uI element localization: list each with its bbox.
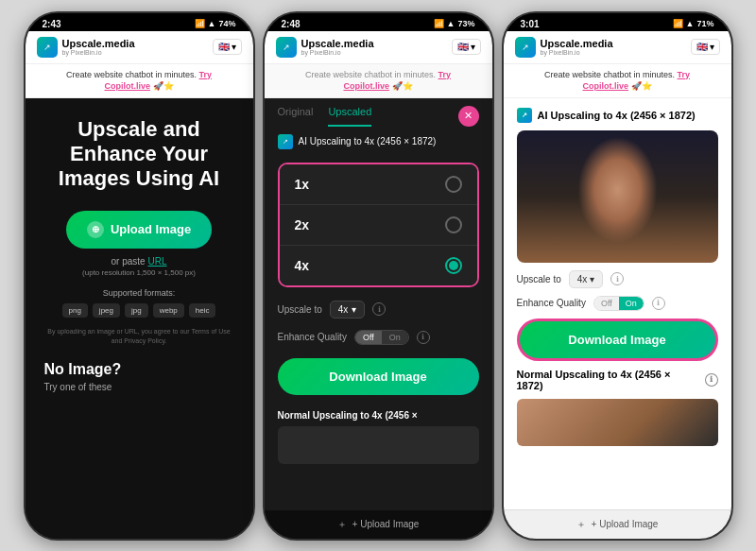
download-button-2[interactable]: Download Image: [278, 358, 479, 395]
s3-portrait-image: [517, 130, 718, 263]
status-bar-2: 2:48 📶 ▲ 73%: [265, 13, 492, 31]
chevron-icon-2: ▾: [471, 42, 475, 52]
no-image-section: No Image? Try one of these: [44, 361, 234, 392]
banner-link-try-3[interactable]: Try: [678, 70, 691, 79]
s3-upscale-value: 4x: [577, 274, 588, 284]
upload-bottom-bar-2: ＋ + Upload Image: [265, 510, 492, 539]
format-jpeg: jpeg: [93, 303, 120, 318]
s3-toggle-on[interactable]: On: [619, 297, 644, 310]
logo-icon-3: ↗: [515, 37, 536, 58]
tab-original[interactable]: Original: [278, 106, 314, 127]
upscale-label-text-2: AI Upscaling to 4x (2456 × 1872): [299, 136, 437, 146]
plus-icon-2: ＋: [337, 518, 347, 531]
toggle-on-2[interactable]: On: [382, 331, 408, 344]
radio-1x[interactable]: [445, 176, 462, 193]
option-1x-label: 1x: [295, 177, 310, 192]
banner-link-copilot-1[interactable]: Copilot.live: [104, 81, 150, 91]
wifi-icon-3: ▲: [686, 19, 695, 28]
upload-bar-label-2: + Upload Image: [352, 519, 420, 529]
s3-info-normal[interactable]: ℹ: [705, 373, 718, 387]
banner-2: Create website chatbot in minutes. Try C…: [265, 64, 492, 98]
header-right-3: 🇬🇧 ▾: [691, 39, 720, 55]
banner-1: Create website chatbot in minutes. Try C…: [26, 64, 253, 98]
upload-image-button[interactable]: ⊕ Upload Image: [66, 211, 212, 249]
info-icon-enhance-2[interactable]: ℹ: [417, 331, 430, 344]
s3-enhance-toggle[interactable]: Off On: [593, 296, 644, 311]
radio-2x[interactable]: [445, 216, 462, 233]
info-icon-2[interactable]: ℹ: [372, 302, 386, 316]
phones-container: 2:43 📶 ▲ 74% ↗ Upscale.media by PixelBin…: [0, 0, 756, 551]
signal-icon-3: 📶: [673, 19, 683, 28]
option-1x[interactable]: 1x: [280, 164, 477, 204]
app-header-1: ↗ Upscale.media by PixelBin.io 🇬🇧 ▾: [26, 31, 253, 64]
status-icons-1: 📶 ▲ 74%: [195, 19, 236, 28]
banner-3: Create website chatbot in minutes. Try C…: [504, 64, 731, 98]
logo-sub-2: by PixelBin.io: [301, 49, 374, 56]
enhance-toggle-2[interactable]: Off On: [354, 330, 409, 345]
status-bar-1: 2:43 📶 ▲ 74%: [26, 13, 253, 31]
option-4x[interactable]: 4x: [280, 245, 477, 285]
formats-list: png jpeg jpg webp heic: [62, 303, 216, 318]
status-icons-2: 📶 ▲ 73%: [434, 19, 475, 28]
language-btn-2[interactable]: 🇬🇧 ▾: [452, 39, 481, 55]
enhance-row-2: Enhance Quality Off On ℹ: [265, 326, 492, 349]
options-box: 1x 2x 4x: [278, 163, 479, 287]
s3-info-enhance[interactable]: ℹ: [652, 297, 665, 310]
signal-icon-1: 📶: [195, 19, 205, 28]
logo-name-3: Upscale.media: [541, 38, 613, 49]
phone-1: 2:43 📶 ▲ 74% ↗ Upscale.media by PixelBin…: [24, 11, 255, 541]
phone1-content: Upscale and Enhance Your Images Using AI…: [26, 98, 253, 539]
s3-info-upscale[interactable]: ℹ: [610, 272, 624, 285]
logo-text-1: Upscale.media by PixelBin.io: [62, 38, 135, 56]
screen2-tabs: Original Upscaled ✕: [265, 98, 492, 127]
chevron-down-icon-1: ▾: [232, 42, 236, 52]
upscale-to-label-2: Upscale to: [278, 304, 322, 315]
no-image-title: No Image?: [44, 361, 234, 378]
s3-normal-label-text: Normal Upscaling to 4x (2456 × 1872): [517, 369, 699, 391]
s3-controls: Upscale to 4x ▾ ℹ Enhance Quality Off On: [517, 270, 718, 311]
plus-icon-3: ＋: [576, 518, 586, 531]
radio-4x[interactable]: [445, 257, 462, 274]
tab-upscaled[interactable]: Upscaled: [328, 106, 371, 127]
flag-icon-2: 🇬🇧: [457, 42, 469, 52]
s3-upscale-row: Upscale to 4x ▾ ℹ: [517, 270, 718, 288]
logo-name-2: Upscale.media: [301, 38, 374, 49]
s3-enhance-label: Enhance Quality: [517, 298, 586, 308]
download-button-3[interactable]: Download Image: [517, 319, 718, 361]
logo-sub-3: by PixelBin.io: [541, 49, 613, 56]
s3-face-art: [517, 130, 718, 263]
s3-chevron-icon: ▾: [590, 274, 594, 284]
format-png: png: [62, 303, 88, 318]
logo-text-2: Upscale.media by PixelBin.io: [301, 38, 374, 56]
option-2x-label: 2x: [295, 217, 310, 232]
url-link[interactable]: URL: [147, 256, 166, 267]
banner-text-2: Create website chatbot in minutes.: [305, 70, 436, 79]
language-btn-3[interactable]: 🇬🇧 ▾: [691, 39, 720, 55]
terms-text: By uploading an image or URL, you agree …: [44, 327, 234, 347]
wifi-icon-1: ▲: [208, 19, 216, 28]
logo-name-1: Upscale.media: [62, 38, 135, 49]
toggle-off-2[interactable]: Off: [355, 331, 382, 344]
s3-toggle-off[interactable]: Off: [594, 297, 619, 310]
time-3: 3:01: [521, 19, 540, 29]
s3-upscale-select[interactable]: 4x ▾: [569, 270, 604, 288]
banner-link-copilot-3[interactable]: Copilot.live: [582, 81, 628, 91]
upscale-label-2: ↗ AI Upscaling to 4x (2456 × 1872): [265, 127, 492, 157]
app-logo-1: ↗ Upscale.media by PixelBin.io: [37, 37, 135, 58]
screen1-body: Upscale and Enhance Your Images Using AI…: [26, 98, 253, 539]
banner-emoji-1: 🚀⭐: [153, 81, 174, 91]
signal-icon-2: 📶: [434, 19, 444, 28]
phone-3: 3:01 📶 ▲ 71% ↗ Upscale.media by PixelBin…: [502, 11, 733, 541]
upscale-value-2: 4x: [338, 304, 349, 315]
language-btn-1[interactable]: 🇬🇧 ▾: [213, 39, 242, 55]
close-button[interactable]: ✕: [458, 106, 479, 127]
battery-1: 74%: [218, 19, 235, 28]
option-2x[interactable]: 2x: [280, 204, 477, 245]
s3-upscale-label: Upscale to: [517, 274, 561, 284]
banner-link-try-2[interactable]: Try: [438, 70, 452, 79]
screen3-body: ↗ AI Upscaling to 4x (2456 × 1872) Upsca…: [504, 98, 731, 509]
banner-link-copilot-2[interactable]: Copilot.live: [343, 81, 389, 91]
banner-text-3: Create website chatbot in minutes.: [544, 70, 675, 79]
upscale-select-box[interactable]: 4x ▾: [330, 301, 366, 319]
banner-link-try-1[interactable]: Try: [199, 70, 213, 79]
